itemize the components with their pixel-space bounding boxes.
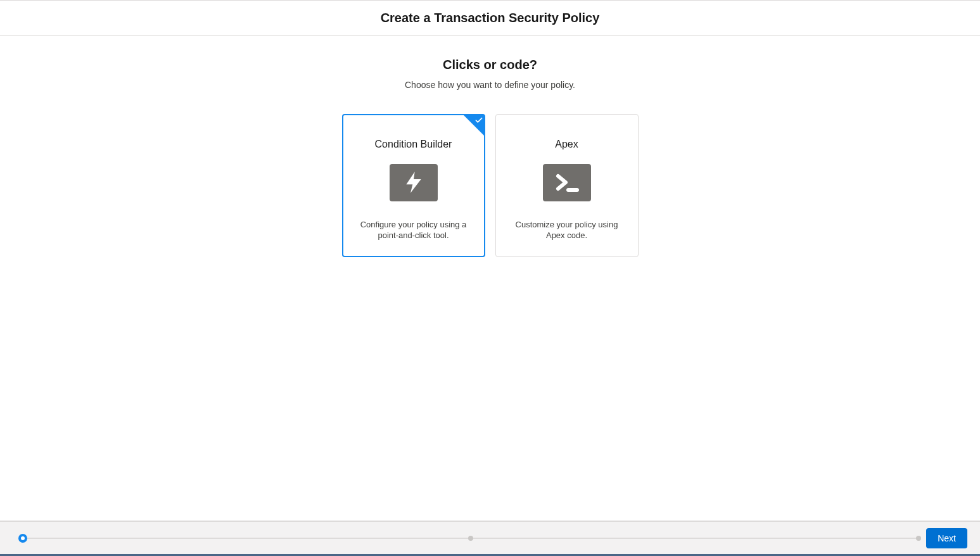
modal-footer: Next xyxy=(0,521,980,556)
section-title: Clicks or code? xyxy=(443,58,537,72)
modal-header: Create a Transaction Security Policy xyxy=(0,0,980,36)
option-condition-builder[interactable]: Condition Builder Configure your policy … xyxy=(342,114,485,257)
option-apex[interactable]: Apex Customize your policy using Apex co… xyxy=(495,114,639,257)
lightning-bolt-icon xyxy=(390,164,438,201)
option-group: Condition Builder Configure your policy … xyxy=(342,114,639,257)
progress-indicator xyxy=(23,534,919,543)
progress-step-1[interactable] xyxy=(18,534,27,543)
next-button[interactable]: Next xyxy=(926,528,967,548)
progress-step-3[interactable] xyxy=(916,536,921,541)
option-description: Customize your policy using Apex code. xyxy=(507,219,627,241)
modal-content: Clicks or code? Choose how you want to d… xyxy=(0,36,980,521)
terminal-icon xyxy=(543,164,591,201)
option-description: Configure your policy using a point-and-… xyxy=(354,219,473,241)
progress-step-2[interactable] xyxy=(468,536,473,541)
option-title: Condition Builder xyxy=(375,139,452,150)
section-subtitle: Choose how you want to define your polic… xyxy=(405,80,575,90)
modal-title: Create a Transaction Security Policy xyxy=(0,11,980,25)
option-title: Apex xyxy=(555,139,578,150)
check-icon xyxy=(473,116,483,126)
